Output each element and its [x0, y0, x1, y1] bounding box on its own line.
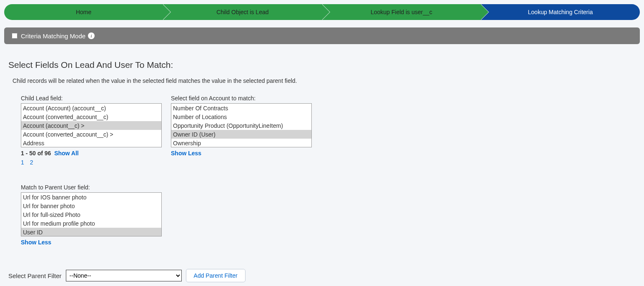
list-item[interactable]: Ownership [171, 139, 311, 147]
list-item[interactable]: Account (converted_account__c) > [21, 130, 161, 139]
page-heading: Select Fields On Lead And User To Match: [8, 60, 636, 70]
list-item[interactable]: Number of Locations [171, 112, 311, 121]
list-item[interactable]: Opportunity Product (OpportunityLineItem… [171, 121, 311, 130]
child-field-listbox[interactable]: Account (Account) (account__c) Account (… [21, 103, 162, 147]
list-item[interactable]: Account (converted_account__c) [21, 112, 161, 121]
list-item[interactable]: Owner ID (User) [171, 130, 311, 139]
parent-filter-label: Select Parent Filter [8, 272, 62, 279]
list-item[interactable]: Account (Account) (account__c) [21, 104, 161, 112]
wizard-step-label: Home [76, 9, 91, 15]
criteria-matching-mode-label: Criteria Matching Mode [21, 32, 85, 40]
criteria-matching-mode-checkbox[interactable] [12, 33, 18, 39]
show-less-link[interactable]: Show Less [171, 150, 201, 157]
show-less-link[interactable]: Show Less [21, 239, 51, 246]
parent-filter-select[interactable]: --None-- [66, 270, 182, 281]
child-field-pager: 1 - 50 of 96 Show All [21, 150, 162, 157]
page-subtext: Child records will be related when the v… [13, 77, 636, 84]
list-item[interactable]: User ID [21, 228, 161, 236]
add-parent-filter-button[interactable]: Add Parent Filter [186, 269, 246, 282]
wizard-step-lookup-field[interactable]: Lookup Field is user__c [322, 4, 481, 20]
wizard-step-label: Child Object is Lead [216, 9, 268, 15]
account-field-listbox[interactable]: Number Of Contracts Number of Locations … [171, 103, 312, 147]
page-link-1[interactable]: 1 [21, 159, 24, 166]
wizard-step-label: Lookup Field is user__c [371, 9, 432, 15]
wizard-breadcrumb: Home Child Object is Lead Lookup Field i… [4, 4, 640, 20]
account-field-label: Select field on Account to match: [171, 95, 312, 102]
parent-field-listbox[interactable]: Url for IOS banner photo Url for banner … [21, 192, 162, 236]
show-all-link[interactable]: Show All [54, 150, 79, 157]
wizard-step-label: Lookup Matching Criteria [528, 9, 593, 15]
wizard-step-home[interactable]: Home [4, 4, 163, 20]
wizard-step-child-object[interactable]: Child Object is Lead [163, 4, 322, 20]
list-item[interactable]: Account (account__c) > [21, 121, 161, 130]
list-item[interactable]: Url for banner photo [21, 201, 161, 210]
info-icon[interactable]: i [88, 32, 95, 39]
list-item[interactable]: Number Of Contracts [171, 104, 311, 112]
pager-page-links: 1 2 [21, 159, 162, 166]
page-link-2[interactable]: 2 [30, 159, 33, 166]
list-item[interactable]: Address [21, 139, 161, 147]
pager-range: 1 - 50 of 96 [21, 150, 51, 157]
list-item[interactable]: Url for medium profile photo [21, 219, 161, 228]
wizard-step-matching-criteria[interactable]: Lookup Matching Criteria [481, 4, 640, 20]
list-item[interactable]: Url for IOS banner photo [21, 193, 161, 201]
child-field-label: Child Lead field: [21, 95, 162, 102]
parent-field-label: Match to Parent User field: [21, 184, 162, 191]
list-item[interactable]: Url for full-sized Photo [21, 210, 161, 219]
criteria-matching-mode-bar: Criteria Matching Mode i [4, 27, 640, 44]
